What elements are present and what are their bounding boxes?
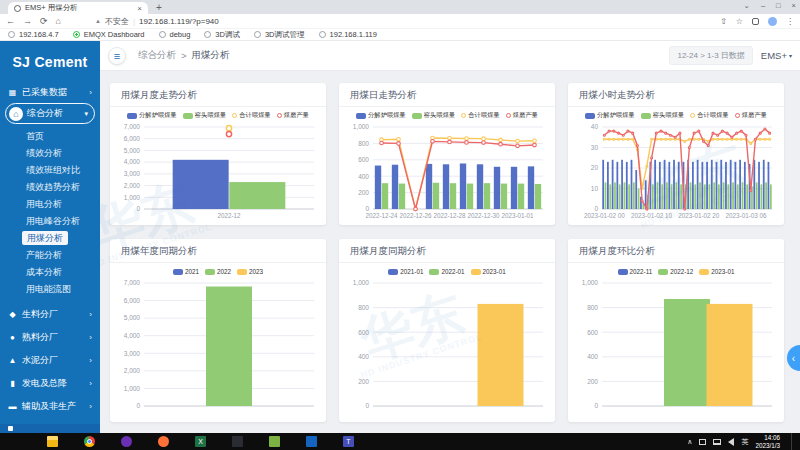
legend-item[interactable]: 合计喂煤量 [232, 111, 270, 120]
onenote-icon[interactable] [306, 436, 317, 447]
monthly-yoy-chart[interactable]: 2021-012022-012023-0102004006008001,000 [343, 265, 551, 418]
legend-item[interactable]: 分解炉喂煤量 [356, 111, 406, 120]
new-tab-button[interactable]: + [156, 2, 162, 14]
legend-item[interactable]: 2021 [173, 268, 199, 275]
sidebar-item-collected-data[interactable]: ▦ 已采集数据 › [0, 83, 100, 101]
legend-item[interactable]: 合计喂煤量 [690, 111, 728, 120]
browser-tab[interactable]: EMS+ 用煤分析 × [8, 2, 148, 14]
profile-avatar[interactable] [768, 17, 777, 26]
window-minimize-button[interactable]: – [761, 1, 765, 10]
display-icon[interactable] [713, 439, 721, 445]
hidden-icons-chevron[interactable]: ∧ [687, 438, 692, 446]
sidebar-subitem-绩效趋势分析[interactable]: 绩效趋势分析 [0, 179, 100, 196]
sidebar-subitem-用电分析[interactable]: 用电分析 [0, 196, 100, 213]
sidebar-group-生料分厂[interactable]: ◆生料分厂› [0, 303, 100, 326]
chevron-right-icon: › [89, 402, 92, 411]
chart-canvas[interactable]: 01,0002,0003,0004,0005,0006,0007,000 [114, 278, 322, 418]
legend-item[interactable]: 煤磨产量 [506, 111, 538, 120]
sidebar-toggle-button[interactable]: ≡ [108, 47, 126, 65]
legend-item[interactable]: 分解炉喂煤量 [127, 111, 177, 120]
legend-item[interactable]: 窑头喂煤量 [183, 111, 226, 120]
sidebar-subitem-成本分析[interactable]: 成本分析 [0, 264, 100, 281]
chart-canvas[interactable]: 02004006008001,000 [572, 278, 780, 418]
legend-label: 分解炉喂煤量 [368, 111, 406, 120]
file-explorer-icon[interactable] [47, 436, 58, 447]
extensions-icon[interactable] [752, 18, 759, 25]
sidebar-subitem-产能分析[interactable]: 产能分析 [0, 247, 100, 264]
svg-text:10: 10 [591, 185, 599, 192]
app-purple-icon[interactable] [121, 436, 132, 447]
bookmark-item[interactable]: 3D调试管理 [254, 30, 305, 40]
sidebar-subitem-用电峰谷分析[interactable]: 用电峰谷分析 [0, 213, 100, 230]
volume-icon[interactable] [728, 438, 734, 446]
monthly-mom-chart[interactable]: 2022-112022-122023-0102004006008001,000 [572, 265, 780, 418]
legend-item[interactable]: 煤磨产量 [735, 111, 767, 120]
legend-item[interactable]: 2022-11 [618, 268, 653, 275]
chrome-icon[interactable] [84, 436, 95, 447]
legend-label: 煤磨产量 [513, 111, 538, 120]
breadcrumb-parent[interactable]: 综合分析 [138, 49, 176, 62]
share-icon[interactable]: ⇧ [720, 17, 727, 26]
forward-icon[interactable]: → [23, 16, 32, 26]
legend-item[interactable]: 2023 [237, 268, 263, 275]
legend-item[interactable]: 分解炉喂煤量 [585, 111, 635, 120]
browser-menu-icon[interactable]: ⋮ [786, 17, 794, 26]
taskbar-clock[interactable]: 14:06 2023/1/3 [755, 434, 780, 450]
terminal-icon[interactable] [232, 436, 243, 447]
bookmark-item[interactable]: 3D调试 [204, 30, 240, 40]
bookmark-star-icon[interactable]: ☆ [736, 17, 743, 26]
legend-item[interactable]: 煤磨产量 [277, 111, 309, 120]
chart-canvas[interactable]: 0102030402023-01-02 002023-01-02 102023-… [572, 122, 780, 221]
sidebar-item-comprehensive-analysis[interactable]: ⌂ 综合分析 ▾ [5, 103, 95, 124]
url-box[interactable]: ▲ 不安全 | 192.168.1.119/?p=940 [69, 16, 712, 27]
ime-indicator[interactable]: 英 [741, 437, 748, 447]
chart-canvas[interactable]: 02004006008001,000 [343, 278, 551, 418]
bookmark-item[interactable]: debug [159, 30, 191, 39]
legend-item[interactable]: 2023-01 [471, 268, 506, 275]
bookmark-item[interactable]: 192.168.4.7 [8, 30, 59, 39]
sidebar-group-发电及总降[interactable]: ▮发电及总降› [0, 372, 100, 395]
legend-item[interactable]: 2022-01 [429, 268, 464, 275]
legend-item[interactable]: 窑头喂煤量 [412, 111, 455, 120]
date-range-badge[interactable]: 12-24 > 1-3 日数据 [669, 46, 752, 65]
legend-item[interactable]: 2022-12 [658, 268, 693, 275]
back-icon[interactable]: ← [6, 16, 15, 26]
sidebar-subitem-用电能流图[interactable]: 用电能流图 [0, 281, 100, 298]
sidebar-subitem-绩效班组对比[interactable]: 绩效班组对比 [0, 162, 100, 179]
monthly-trend-chart[interactable]: 分解炉喂煤量窑头喂煤量合计喂煤量煤磨产量01,0002,0003,0004,00… [114, 109, 322, 221]
start-button[interactable] [10, 436, 21, 447]
svg-text:0: 0 [136, 205, 140, 212]
sidebar-subitem-用煤分析[interactable]: 用煤分析 [0, 230, 100, 247]
bookmark-item[interactable]: EMQX Dashboard [73, 30, 145, 39]
yearly-yoy-chart[interactable]: 20212022202301,0002,0003,0004,0005,0006,… [114, 265, 322, 418]
excel-icon[interactable]: X [195, 436, 206, 447]
teams-icon[interactable]: T [343, 436, 354, 447]
bookmark-item[interactable]: 192.168.1.119 [319, 30, 377, 39]
notepad-icon[interactable] [269, 436, 280, 447]
firefox-icon[interactable] [158, 436, 169, 447]
network-icon[interactable] [699, 439, 706, 445]
legend-item[interactable]: 合计喂煤量 [461, 111, 499, 120]
sidebar-subitem-首页[interactable]: 首页 [0, 128, 100, 145]
tab-search-icon[interactable]: ⌄ [744, 1, 750, 10]
legend-item[interactable]: 窑头喂煤量 [641, 111, 684, 120]
show-desktop-button[interactable] [791, 433, 794, 450]
hourly-trend-chart[interactable]: 分解炉喂煤量窑头喂煤量合计喂煤量煤磨产量0102030402023-01-02 … [572, 109, 780, 221]
sidebar-group-水泥分厂[interactable]: ▲水泥分厂› [0, 349, 100, 372]
daily-trend-chart[interactable]: 分解炉喂煤量窑头喂煤量合计喂煤量煤磨产量02004006008001,00020… [343, 109, 551, 221]
legend-item[interactable]: 2023-01 [699, 268, 734, 275]
window-close-button[interactable]: × [792, 1, 796, 10]
chart-canvas[interactable]: 01,0002,0003,0004,0005,0006,0007,0002022… [114, 122, 322, 221]
chart-canvas[interactable]: 02004006008001,0002022-12-242022-12-2620… [343, 122, 551, 221]
tab-close-icon[interactable]: × [137, 4, 142, 13]
reload-icon[interactable]: ⟳ [40, 16, 48, 26]
legend-item[interactable]: 2022 [205, 268, 231, 275]
home-icon[interactable]: ⌂ [56, 16, 61, 26]
sidebar-group-熟料分厂[interactable]: ●熟料分厂› [0, 326, 100, 349]
window-maximize-button[interactable]: □ [776, 1, 781, 10]
grid-icon: ▦ [8, 88, 17, 97]
app-switcher[interactable]: EMS+ ▾ [761, 50, 792, 61]
sidebar-subitem-绩效分析[interactable]: 绩效分析 [0, 145, 100, 162]
legend-item[interactable]: 2021-01 [388, 268, 423, 275]
sidebar-group-辅助及非生产[interactable]: ▬辅助及非生产› [0, 395, 100, 418]
